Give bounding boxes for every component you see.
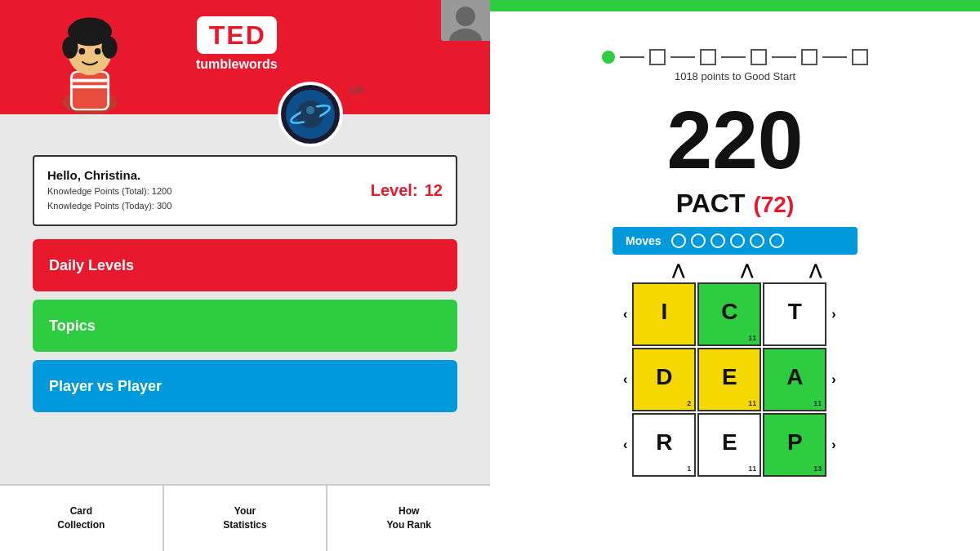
grid-row-3: R 1 E 11 P 13: [632, 413, 826, 477]
cell-num-3-3: 13: [813, 464, 822, 473]
ted-letter-d: D: [246, 22, 265, 48]
progress-dot-4: [801, 49, 817, 65]
cell-letter-i: I: [661, 299, 667, 325]
ted-letter-t: T: [209, 22, 225, 48]
user-info-card: Hello, Christina. Knowledge Points (Tota…: [33, 155, 457, 226]
player-vs-player-button[interactable]: Player vs Player: [33, 360, 457, 412]
move-circle-4: [730, 233, 745, 248]
progress-track: [602, 49, 868, 65]
how-you-rank-label: HowYou Rank: [386, 504, 430, 532]
word-display: PACT (72): [676, 189, 795, 219]
svg-point-8: [62, 37, 78, 59]
svg-rect-2: [73, 73, 107, 109]
cell-letter-a: A: [786, 364, 803, 390]
moves-bar: Moves: [612, 227, 858, 255]
progress-dot-2: [700, 49, 716, 65]
word-points: (72): [753, 192, 794, 218]
left-arrow-row3[interactable]: ‹: [623, 438, 627, 452]
left-arrow-row2[interactable]: ‹: [623, 372, 627, 387]
move-circle-1: [671, 233, 686, 248]
svg-point-13: [456, 7, 475, 26]
ted-subtitle: tumblewords: [196, 57, 278, 72]
move-circle-5: [750, 233, 764, 248]
left-panel: T E D tumblewords Edit: [0, 0, 490, 551]
grid-cell-2-2: E 11: [697, 348, 761, 411]
svg-point-10: [79, 48, 86, 55]
progress-dot-5: [852, 49, 868, 65]
cell-num-1-2: 11: [748, 334, 756, 342]
game-area: ⋀ ⋀ ⋀ ‹ I C 11 T: [623, 261, 847, 477]
cell-letter-c: C: [721, 299, 737, 325]
progress-label: 1018 points to Good Start: [675, 70, 795, 82]
score-display: 220: [667, 99, 804, 180]
topics-button[interactable]: Topics: [33, 300, 457, 352]
up-arrow-col3[interactable]: ⋀: [783, 261, 847, 279]
bottom-nav: CardCollection YourStatistics HowYou Ran…: [0, 484, 490, 551]
ted-box: T E D: [197, 16, 277, 54]
menu-section: Daily Levels Topics Player vs Player: [0, 226, 490, 412]
left-arrow-row1[interactable]: ‹: [623, 307, 627, 322]
progress-connector-4: [772, 56, 796, 58]
cell-num-2-2: 11: [748, 399, 756, 407]
progress-connector-1: [620, 56, 644, 58]
progress-dot-3: [751, 49, 767, 65]
svg-rect-4: [73, 85, 107, 88]
nav-card-collection[interactable]: CardCollection: [0, 486, 164, 551]
edit-label[interactable]: Edit: [350, 86, 363, 95]
progress-connector-3: [721, 56, 746, 58]
move-circle-2: [691, 233, 706, 248]
avatar-circle[interactable]: [278, 82, 343, 147]
grid-cell-3-1: R 1: [632, 413, 696, 477]
grid-row-3-container: ‹ R 1 E 11 P 13 ›: [623, 413, 847, 477]
nav-your-statistics[interactable]: YourStatistics: [164, 486, 328, 551]
nav-how-you-rank[interactable]: HowYou Rank: [327, 486, 490, 551]
user-points: Knowledge Points (Total): 1200 Knowledge…: [47, 184, 172, 213]
top-arrows-row: ⋀ ⋀ ⋀: [623, 261, 847, 279]
character-illustration: [41, 8, 139, 114]
your-statistics-label: YourStatistics: [223, 504, 266, 532]
green-top-bar: [490, 0, 980, 11]
cell-num-2-1: 2: [687, 399, 691, 407]
grid-cell-3-3: P 13: [763, 413, 826, 477]
grid-cell-1-2: C 11: [697, 282, 761, 346]
points-total-label: Knowledge Points (Total):: [47, 186, 149, 196]
daily-levels-button[interactable]: Daily Levels: [33, 239, 457, 291]
avatar-inner: [286, 90, 335, 139]
cell-letter-d: D: [656, 364, 672, 390]
grid-cell-2-3: A 11: [763, 348, 826, 411]
svg-point-18: [306, 106, 314, 114]
cell-num-3-1: 1: [687, 464, 691, 473]
right-arrow-row3[interactable]: ›: [831, 438, 835, 452]
grid-row-2: D 2 E 11 A 11: [632, 348, 826, 411]
grid-row-1-container: ‹ I C 11 T ›: [623, 282, 847, 346]
up-arrow-col1[interactable]: ⋀: [646, 261, 710, 279]
moves-circles: [671, 233, 784, 248]
progress-connector-5: [822, 56, 847, 58]
moves-label: Moves: [626, 234, 662, 247]
grid-row-1: I C 11 T: [632, 282, 826, 346]
right-panel: 1018 points to Good Start 220 PACT (72) …: [490, 0, 980, 551]
ted-letter-e: E: [226, 22, 243, 48]
profile-photo-area: [441, 0, 490, 41]
right-arrow-row1[interactable]: ›: [831, 307, 835, 322]
right-arrow-row2[interactable]: ›: [831, 372, 835, 387]
svg-point-9: [101, 37, 117, 59]
cell-letter-r: R: [656, 429, 672, 455]
move-circle-6: [769, 233, 784, 248]
avatar-icon: [290, 94, 331, 135]
user-greeting: Hello, Christina.: [47, 168, 172, 182]
progress-dot-filled: [602, 51, 615, 64]
cell-letter-e1: E: [722, 364, 737, 390]
cell-letter-e2: E: [722, 429, 737, 455]
grid-cell-2-1: D 2: [632, 348, 696, 411]
progress-dot-1: [649, 49, 666, 65]
progress-connector-2: [670, 56, 695, 58]
header-red: T E D tumblewords: [0, 0, 490, 114]
up-arrow-col2[interactable]: ⋀: [715, 261, 778, 279]
user-info-left: Hello, Christina. Knowledge Points (Tota…: [47, 168, 172, 213]
cell-num-3-2: 11: [748, 464, 756, 473]
grid-cell-1-3: T: [763, 282, 826, 346]
current-word: PACT: [676, 189, 746, 219]
ted-logo: T E D tumblewords: [196, 16, 278, 72]
user-level: Level: 12: [371, 181, 443, 200]
